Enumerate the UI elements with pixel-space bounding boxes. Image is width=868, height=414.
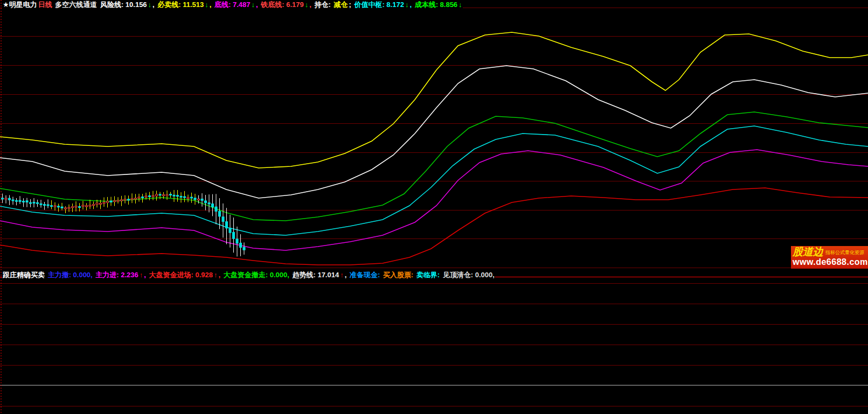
main-indicator-segment: 多空六线通道 xyxy=(53,1,100,9)
sub-indicator-segment: 大盘资金撤走: 0.000, xyxy=(223,271,292,279)
sub-indicator-segment: ↑ xyxy=(339,271,344,279)
sub-indicator-segment: 卖临界: xyxy=(416,271,442,279)
main-indicator-segment: 日线 xyxy=(38,1,53,9)
sub-indicator-segment: 主力撤: 0.000, xyxy=(47,271,95,279)
main-indicator-segment: , xyxy=(409,1,414,9)
main-indicator-segment: ↓ xyxy=(148,1,152,9)
main-indicator-segment: ↓ xyxy=(251,1,256,9)
sub-indicator-segment: 准备现金: xyxy=(349,271,383,279)
sub-indicator-segment: 买入股票: xyxy=(383,271,416,279)
main-indicator-segment: 铁底线: 6.179 xyxy=(260,1,304,9)
main-indicator-segment: 成本线: 8.856 xyxy=(414,1,458,9)
main-indicator-segment: ↓ xyxy=(458,1,463,9)
watermark-title: 股道边 xyxy=(793,247,823,257)
main-indicator-segment: , xyxy=(255,1,260,9)
sub-indicator-segment: , xyxy=(218,271,223,279)
sub-indicator-header: 跟庄精确买卖 主力撤: 0.000, 主力进: 2.236↑, 大盘资金进场: … xyxy=(2,271,495,279)
sub-indicator-segment: 跟庄精确买卖 xyxy=(2,271,47,279)
main-indicator-segment: 减仓 xyxy=(333,1,348,9)
main-indicator-segment: 底线: 7.487 xyxy=(214,1,251,9)
watermark-tagline: 指标公式量化资源 xyxy=(825,249,864,256)
main-indicator-segment: ; xyxy=(348,1,353,9)
main-indicator-segment: ↓ xyxy=(304,1,309,9)
watermark-url: www.de6688.com xyxy=(793,257,868,266)
sub-indicator-segment: ↑ xyxy=(213,271,218,279)
channel-line-必卖线 xyxy=(0,32,868,168)
channel-line-风险线 xyxy=(0,66,868,198)
main-indicator-segment: 价值中枢: 8.172 xyxy=(353,1,404,9)
main-indicator-segment: , xyxy=(152,1,157,9)
sub-indicator-segment: , xyxy=(143,271,148,279)
channel-lines xyxy=(0,32,868,265)
sub-indicator-segment: 主力进: 2.236 xyxy=(95,271,138,279)
main-indicator-segment: ↓ xyxy=(204,1,209,9)
main-indicator-segment: 必卖线: 11.513 xyxy=(157,1,204,9)
channel-line-价值中枢 xyxy=(0,126,868,235)
sub-indicator-segment: 趋势线: 17.014 xyxy=(291,271,339,279)
main-indicator-segment: ★明星电力 xyxy=(2,1,38,9)
main-indicator-segment: , xyxy=(209,1,214,9)
watermark-ad: 股道边 指标公式量化资源 www.de6688.com xyxy=(791,246,868,269)
sub-indicator-segment: 大盘资金进场: 0.928 xyxy=(149,271,213,279)
sub-indicator-segment: , xyxy=(344,271,349,279)
trading-app-window: ★明星电力日线 多空六线通道 风险线: 10.156↓, 必卖线: 11.513… xyxy=(0,0,868,414)
sub-indicator-segment: 见顶清仓: 0.000, xyxy=(442,271,495,279)
main-indicator-segment: 持仓: xyxy=(314,1,334,9)
stock-chart-canvas[interactable] xyxy=(0,0,868,414)
main-indicator-segment: 风险线: 10.156 xyxy=(100,1,148,9)
main-indicator-segment: , xyxy=(309,1,314,9)
main-indicator-header: ★明星电力日线 多空六线通道 风险线: 10.156↓, 必卖线: 11.513… xyxy=(2,1,463,9)
